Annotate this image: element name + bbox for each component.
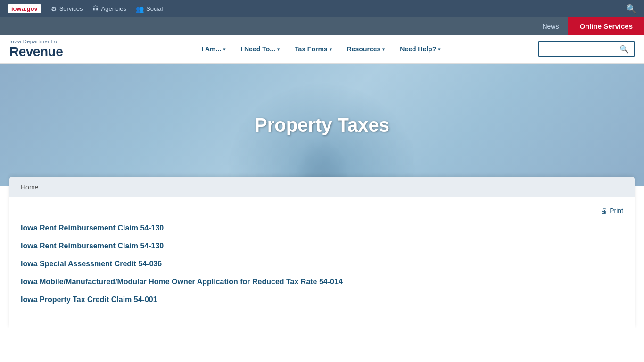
- print-label: Print: [610, 207, 623, 214]
- top-bar-right: 🔍: [626, 4, 636, 14]
- print-icon: 🖨: [600, 207, 607, 214]
- nav-i-need-to[interactable]: I Need To... ▾: [235, 41, 285, 57]
- list-item: Iowa Mobile/Manufactured/Modular Home Ow…: [21, 273, 623, 291]
- nav-i-need-to-label: I Need To...: [240, 45, 275, 53]
- iowa-logo-text: iowa: [11, 5, 25, 12]
- social-nav-item[interactable]: 👥 Social: [136, 5, 163, 13]
- nav-need-help-chevron: ▾: [438, 47, 440, 52]
- print-bar: 🖨 Print: [21, 207, 623, 214]
- nav-resources-label: Resources: [347, 45, 381, 53]
- secondary-bar: News Online Services: [0, 17, 644, 35]
- iowa-gov-logo[interactable]: iowa.gov: [8, 4, 41, 13]
- print-button[interactable]: 🖨 Print: [600, 207, 623, 214]
- hero-section: Property Taxes: [0, 64, 644, 186]
- list-item: Iowa Special Assessment Credit 54-036: [21, 255, 623, 273]
- main-navigation: I Am... ▾ I Need To... ▾ Tax Forms ▾ Res…: [113, 41, 529, 57]
- top-bar: iowa.gov ⚙ Services 🏛 Agencies 👥 Social …: [0, 0, 644, 17]
- services-nav-item[interactable]: ⚙ Services: [51, 5, 83, 13]
- news-link[interactable]: News: [542, 23, 559, 30]
- breadcrumb: Home: [9, 177, 635, 197]
- logo-org-name: Revenue: [9, 44, 104, 59]
- nav-tax-forms-chevron: ▾: [330, 47, 332, 52]
- top-search-icon[interactable]: 🔍: [626, 4, 636, 14]
- tax-form-link-3[interactable]: Iowa Special Assessment Credit 54-036: [21, 260, 162, 268]
- search-input[interactable]: [539, 42, 615, 56]
- online-services-button[interactable]: Online Services: [568, 17, 644, 35]
- site-logo[interactable]: Iowa Department of Revenue: [9, 39, 104, 59]
- nav-tax-forms[interactable]: Tax Forms ▾: [289, 41, 338, 57]
- nav-i-am[interactable]: I Am... ▾: [196, 41, 231, 57]
- list-item: Iowa Rent Reimbursement Claim 54-130: [21, 237, 623, 255]
- content-wrapper: Home 🖨 Print Iowa Rent Reimbursement Cla…: [9, 177, 635, 328]
- services-label: Services: [59, 5, 83, 12]
- tax-form-link-4[interactable]: Iowa Mobile/Manufactured/Modular Home Ow…: [21, 278, 343, 286]
- nav-resources-chevron: ▾: [382, 47, 385, 52]
- header-search[interactable]: 🔍: [538, 41, 635, 57]
- agencies-icon: 🏛: [92, 5, 99, 13]
- logo-dept-label: Iowa Department of: [9, 39, 104, 44]
- nav-tax-forms-label: Tax Forms: [295, 45, 328, 53]
- nav-i-am-label: I Am...: [202, 45, 222, 53]
- tax-form-link-1[interactable]: Iowa Rent Reimbursement Claim 54-130: [21, 224, 164, 232]
- social-icon: 👥: [136, 5, 144, 13]
- iowa-logo-tld: .gov: [25, 5, 38, 12]
- tax-forms-list: Iowa Rent Reimbursement Claim 54-130 Iow…: [21, 219, 623, 309]
- hero-title: Property Taxes: [255, 115, 389, 136]
- secondary-bar-left: News: [0, 23, 568, 30]
- services-icon: ⚙: [51, 5, 57, 13]
- breadcrumb-home[interactable]: Home: [21, 183, 38, 191]
- main-content: 🖨 Print Iowa Rent Reimbursement Claim 54…: [9, 197, 635, 328]
- tax-form-link-5[interactable]: Iowa Property Tax Credit Claim 54-001: [21, 296, 157, 304]
- nav-resources[interactable]: Resources ▾: [341, 41, 391, 57]
- tax-form-link-2[interactable]: Iowa Rent Reimbursement Claim 54-130: [21, 242, 164, 250]
- nav-i-am-chevron: ▾: [223, 47, 225, 52]
- nav-need-help-label: Need Help?: [400, 45, 436, 53]
- top-bar-left: iowa.gov ⚙ Services 🏛 Agencies 👥 Social: [8, 4, 163, 13]
- agencies-nav-item[interactable]: 🏛 Agencies: [92, 5, 126, 13]
- social-label: Social: [146, 5, 163, 12]
- search-submit-button[interactable]: 🔍: [615, 42, 634, 56]
- agencies-label: Agencies: [101, 5, 126, 12]
- nav-i-need-to-chevron: ▾: [277, 47, 280, 52]
- list-item: Iowa Rent Reimbursement Claim 54-130: [21, 219, 623, 237]
- list-item: Iowa Property Tax Credit Claim 54-001: [21, 291, 623, 309]
- site-header: Iowa Department of Revenue I Am... ▾ I N…: [0, 35, 644, 64]
- nav-need-help[interactable]: Need Help? ▾: [394, 41, 446, 57]
